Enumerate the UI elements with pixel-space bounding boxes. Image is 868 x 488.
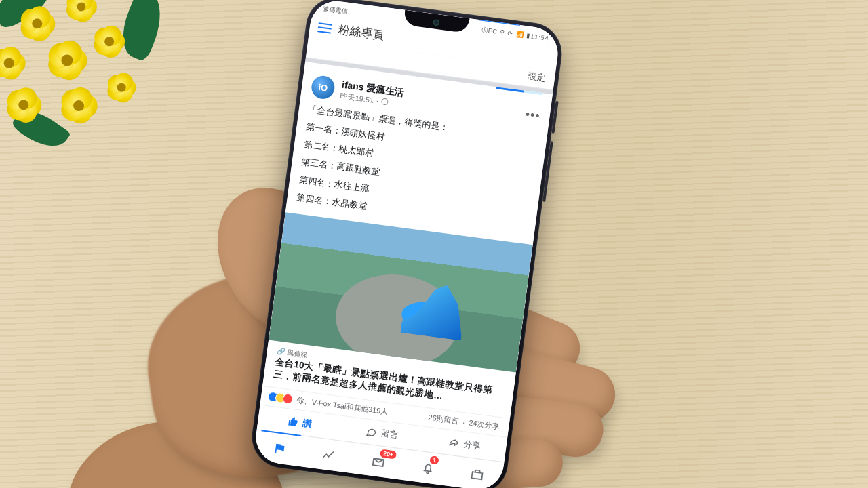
- tab-more[interactable]: [451, 456, 505, 488]
- tab-inbox[interactable]: 20+: [352, 443, 406, 480]
- settings-link[interactable]: 設定: [527, 70, 546, 84]
- avatar[interactable]: iO: [310, 75, 336, 100]
- post-card: iO ifans 愛瘋生活 昨天19:51 · ••• 「全台最瞎景點」票選，得…: [257, 62, 553, 462]
- flag-icon: [272, 441, 287, 455]
- briefcase-icon: [470, 467, 485, 482]
- menu-icon[interactable]: [317, 22, 332, 33]
- link-icon: 🔗: [276, 348, 285, 356]
- tab-notifications[interactable]: 1: [401, 449, 455, 486]
- notif-badge: 1: [429, 455, 439, 465]
- decor-flowers: [0, 0, 203, 183]
- comment-count: 26則留言: [428, 413, 460, 427]
- share-icon: [448, 437, 460, 449]
- side-button: [551, 101, 558, 134]
- comment-icon: [366, 426, 378, 439]
- post-menu-icon[interactable]: •••: [525, 107, 541, 123]
- chart-icon: [321, 447, 336, 462]
- tab-insights[interactable]: [302, 436, 356, 473]
- page-title: 粉絲專頁: [337, 22, 384, 43]
- thumbs-up-icon: [287, 416, 299, 428]
- high-heel-church: [400, 280, 467, 340]
- share-count: 24次分享: [468, 418, 500, 432]
- feed[interactable]: iO ifans 愛瘋生活 昨天19:51 · ••• 「全台最瞎景點」票選，得…: [257, 58, 553, 462]
- tab-flag[interactable]: [253, 430, 307, 466]
- globe-icon: [380, 98, 388, 105]
- reaction-icons: [270, 392, 294, 405]
